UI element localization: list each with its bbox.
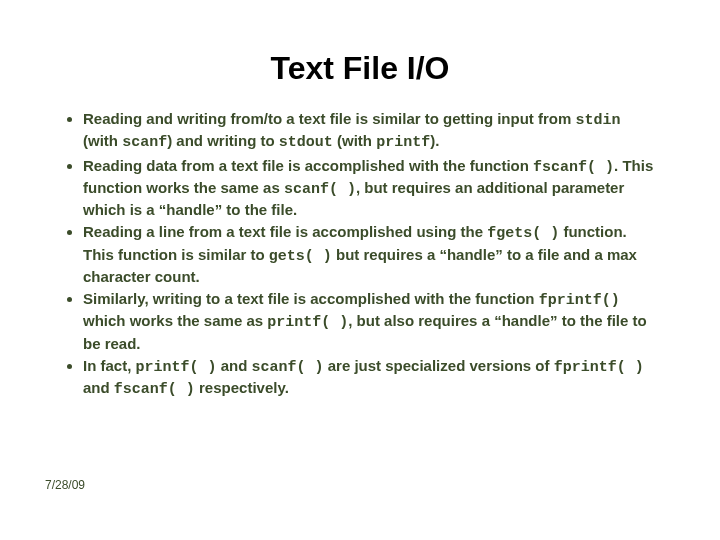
page-title: Text File I/O — [45, 50, 675, 87]
code: scanf( ) — [252, 359, 324, 376]
code: fscanf( ) — [114, 381, 195, 398]
text: (with — [333, 132, 376, 149]
footer-date: 7/28/09 — [45, 478, 85, 492]
code: scanf( ) — [284, 181, 356, 198]
code: printf( ) — [267, 314, 348, 331]
slide: Text File I/O Reading and writing from/t… — [0, 0, 720, 540]
code: gets( ) — [269, 248, 332, 265]
list-item: Similarly, writing to a text file is acc… — [83, 289, 655, 354]
text: ). — [430, 132, 439, 149]
text: (with — [83, 132, 122, 149]
list-item: Reading a line from a text file is accom… — [83, 222, 655, 287]
bullet-list: Reading and writing from/to a text file … — [55, 109, 675, 400]
text: Reading a line from a text file is accom… — [83, 223, 487, 240]
text: In fact, — [83, 357, 136, 374]
text: are just specialized versions of — [324, 357, 554, 374]
text: which works the same as — [83, 312, 267, 329]
code: fprintf() — [539, 292, 620, 309]
code: scanf — [122, 134, 167, 151]
text: Reading data from a text file is accompl… — [83, 157, 533, 174]
code: printf — [376, 134, 430, 151]
list-item: Reading data from a text file is accompl… — [83, 156, 655, 221]
code: fprintf( ) — [554, 359, 644, 376]
text: and — [217, 357, 252, 374]
code: fgets( ) — [487, 225, 559, 242]
list-item: In fact, printf( ) and scanf( ) are just… — [83, 356, 655, 401]
code: stdin — [576, 112, 621, 129]
list-item: Reading and writing from/to a text file … — [83, 109, 655, 154]
text: ) and writing to — [167, 132, 279, 149]
text: respectively. — [195, 379, 289, 396]
text: and — [83, 379, 114, 396]
code: fscanf( ) — [533, 159, 614, 176]
text: Similarly, writing to a text file is acc… — [83, 290, 539, 307]
code: printf( ) — [136, 359, 217, 376]
text: Reading and writing from/to a text file … — [83, 110, 576, 127]
code: stdout — [279, 134, 333, 151]
